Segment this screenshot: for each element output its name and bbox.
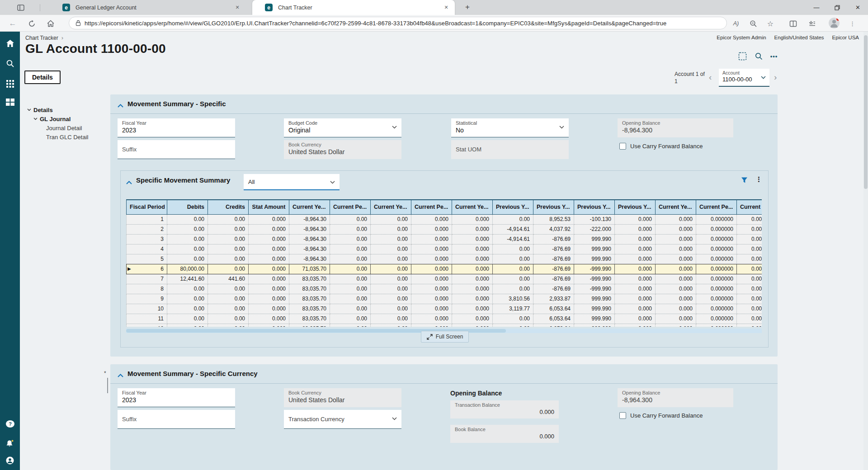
grid-cell[interactable]: 0.00 [493,214,533,224]
grid-cell[interactable]: 0.000 [249,304,289,314]
grid-cell[interactable]: 0.000 [249,284,289,294]
fiscal-year-field[interactable]: Fiscal Year 2023 [118,388,235,407]
column-header-3[interactable]: Stat Amount [249,200,289,214]
grid-cell[interactable]: 83,035.70 [289,274,330,284]
grid-cell[interactable]: 0.000 [249,314,289,324]
grid-cell[interactable]: 0.00 [208,284,249,294]
grid-row-8[interactable]: 80.000.000.00083,035.700.000.000.0000.00… [127,284,762,294]
grid-cell[interactable]: 0.000000 [696,254,737,264]
grid-cell[interactable]: 0.000 [615,324,656,327]
suffix-field[interactable]: Suffix [118,140,235,159]
grid-cell[interactable]: 2,933.87 [533,294,574,304]
grid-cell[interactable]: 0.00 [330,314,371,324]
grid-cell[interactable]: 0.00 [167,234,208,244]
grid-cell[interactable]: 0.00 [208,314,249,324]
grid-row-4[interactable]: 40.000.000.000-8,964.300.000.000.0000.00… [127,244,762,254]
budget-code-dropdown[interactable]: Budget Code Original [284,118,401,137]
grid-cell[interactable]: 0.000 [249,264,289,274]
help-icon[interactable]: ? [0,417,20,431]
grid-cell[interactable]: 0.00 [208,324,249,327]
grid-cell[interactable]: 999.990 [574,304,615,314]
grid-cell[interactable]: 0.00 [208,264,249,274]
grid-cell[interactable]: 0.00 [371,264,411,274]
grid-cell[interactable]: 0.00 [371,254,411,264]
tab-close-icon[interactable]: ✕ [442,4,450,12]
grid-cell[interactable]: 0.000 [411,264,452,274]
grid-cell[interactable]: 0.00 [330,264,371,274]
grid-cell[interactable]: 0.000 [615,254,656,264]
grid-cell[interactable]: -999.990 [574,284,615,294]
grid-cell[interactable]: 0.00 [371,324,411,327]
column-header-5[interactable]: Current Pe... [330,200,371,214]
grid-cell[interactable]: -876.69 [533,284,574,294]
grid-cell[interactable]: -876.69 [533,234,574,244]
favorite-star-icon[interactable]: ☆ [765,18,776,29]
grid-cell[interactable]: 0.000 [249,274,289,284]
grid-cell[interactable]: -999.990 [574,274,615,284]
grid-cell[interactable]: 0.00 [167,324,208,327]
grid-cell[interactable]: 0.000 [656,314,696,324]
tree-item-gl-journal[interactable]: GL Journal [26,114,108,123]
grid-cell[interactable]: 9 [127,294,167,304]
tree-item-journal-detail[interactable]: Journal Detail [26,123,108,132]
grid-cell[interactable]: 0.000 [249,294,289,304]
grid-cell[interactable]: 0.00 [330,214,371,224]
apps-grid-icon[interactable] [0,76,20,91]
browser-tab-general-ledger[interactable]: e General Ledger Account ✕ [43,0,246,15]
grid-cell[interactable]: 0.000 [452,284,493,294]
grid-cell[interactable]: 0.00 [371,274,411,284]
next-record-icon[interactable]: › [774,72,777,82]
grid-cell[interactable]: 441.60 [208,274,249,284]
column-header-7[interactable]: Current Pe... [411,200,452,214]
grid-cell[interactable]: 0.000000 [737,214,762,224]
column-header-8[interactable]: Current Ye... [452,200,493,214]
grid-row-2[interactable]: 20.000.000.000-8,964.300.000.000.0000.00… [127,224,762,234]
grid-cell[interactable]: 6▶ [127,264,167,274]
grid-cell[interactable]: 0.000000 [696,234,737,244]
grid-cell[interactable]: 0.000 [656,304,696,314]
grid-cell[interactable]: 0.000000 [696,314,737,324]
grid-cell[interactable]: 8,952.53 [533,214,574,224]
grid-cell[interactable]: -4,914.61 [493,234,533,244]
grid-cell[interactable]: 3,119.77 [493,304,533,314]
grid-cell[interactable]: 0.00 [208,234,249,244]
grid-cell[interactable]: 0.000000 [696,294,737,304]
previous-record-icon[interactable]: ‹ [709,72,712,82]
grid-row-9[interactable]: 90.000.000.00083,035.700.000.000.0000.00… [127,294,762,304]
grid-cell[interactable]: 0.000 [411,294,452,304]
grid-cell[interactable]: 0.000 [656,274,696,284]
grid-cell[interactable]: 0.000 [411,254,452,264]
grid-cell[interactable]: 0.000 [615,294,656,304]
dashboard-icon[interactable] [0,95,20,109]
tree-item-details[interactable]: Details [26,105,108,114]
grid-cell[interactable]: 6,053.64 [533,304,574,314]
grid-cell[interactable]: 0.00 [167,304,208,314]
refresh-icon[interactable] [26,18,37,29]
grid-cell[interactable]: -8,964.30 [289,254,330,264]
transaction-currency-dropdown[interactable]: Transaction Currency [284,410,401,429]
grid-cell[interactable]: 0.00 [330,324,371,327]
grid-cell[interactable]: 0.00 [167,214,208,224]
layout-picker-icon[interactable] [737,51,748,61]
grid-cell[interactable]: -4,914.61 [493,224,533,234]
column-header-1[interactable]: Debits [167,200,208,214]
grid-cell[interactable]: 0.000 [411,324,452,327]
column-header-0[interactable]: Fiscal Period [127,200,167,214]
grid-cell[interactable]: 999.990 [574,244,615,254]
column-header-4[interactable]: Current Ye... [289,200,330,214]
company-link[interactable]: Epicor USA [832,35,859,40]
grid-cell[interactable]: 0.000 [411,304,452,314]
grid-cell[interactable]: 6,053.64 [533,324,574,327]
grid-cell[interactable]: 999.990 [574,254,615,264]
home-icon[interactable] [45,18,56,29]
tree-item-tran-glc-detail[interactable]: Tran GLC Detail [26,132,108,141]
grid-cell[interactable]: 0.000000 [696,284,737,294]
grid-cell[interactable]: 83,035.70 [289,314,330,324]
grid-cell[interactable]: 0.000 [452,274,493,284]
grid-row-7[interactable]: 712,441.60441.600.00083,035.700.000.000.… [127,274,762,284]
column-header-15[interactable]: Current Y... [737,200,762,214]
grid-cell[interactable]: -8,964.30 [289,224,330,234]
window-restore-button[interactable] [827,0,848,15]
grid-cell[interactable]: 4 [127,244,167,254]
grid-cell[interactable]: 0.00 [167,224,208,234]
